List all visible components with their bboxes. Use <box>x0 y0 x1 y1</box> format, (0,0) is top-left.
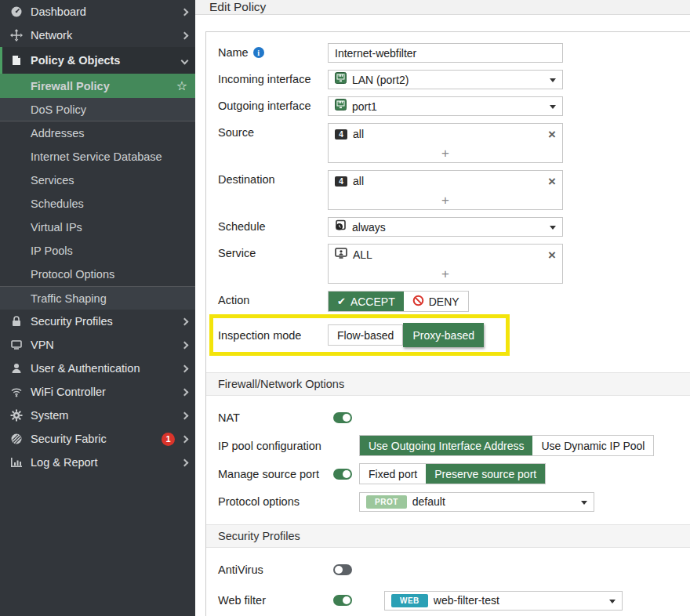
sidebar-item-label: DoS Policy <box>31 103 86 116</box>
sidebar-item-ip-pools[interactable]: IP Pools <box>0 239 195 263</box>
sidebar-item-dos-policy[interactable]: DoS Policy <box>0 98 195 121</box>
sidebar-item-protocol-options[interactable]: Protocol Options <box>0 263 195 286</box>
remove-destination-button[interactable]: × <box>548 175 556 188</box>
sidebar-item-virtual-ips[interactable]: Virtual IPs <box>0 216 195 239</box>
name-input[interactable] <box>328 43 563 63</box>
sidebar-item-label: Security Profiles <box>31 315 113 328</box>
web-filter-profile-select[interactable]: WEB web-filter-test <box>384 591 623 611</box>
sidebar-item-vpn[interactable]: VPN <box>0 333 195 357</box>
policy-document-icon <box>9 54 24 67</box>
flow-based-button[interactable]: Flow-based <box>328 324 403 346</box>
security-profiles-header: Security Profiles <box>206 524 690 548</box>
protocol-options-select[interactable]: PROT default <box>359 492 594 512</box>
sidebar-item-system[interactable]: System <box>0 404 195 427</box>
sidebar-item-label: Virtual IPs <box>31 221 82 234</box>
antivirus-label: AntiVirus <box>218 563 328 576</box>
add-source-button[interactable]: + <box>329 144 562 162</box>
sidebar-item-internet-service-database[interactable]: Internet Service Database <box>0 145 195 168</box>
sidebar-item-traffic-shaping[interactable]: Traffic Shaping <box>0 286 195 310</box>
source-entry[interactable]: 4 all × <box>329 124 562 144</box>
sidebar-item-label: Traffic Shaping <box>31 292 107 305</box>
source-label: Source <box>218 123 328 139</box>
sidebar-item-label: WiFi Controller <box>31 386 106 398</box>
schedule-select[interactable]: always <box>328 217 563 237</box>
sidebar-item-label: VPN <box>31 339 54 351</box>
add-service-button[interactable]: + <box>329 265 562 283</box>
sidebar-item-user-authentication[interactable]: User & Authentication <box>0 357 195 380</box>
use-outgoing-interface-address-button[interactable]: Use Outgoing Interface Address <box>360 436 532 455</box>
sidebar-item-label: Schedules <box>31 197 84 210</box>
sidebar-item-label: Security Fabric <box>31 433 107 445</box>
outgoing-interface-value: port1 <box>352 100 377 113</box>
page-header: Edit Policy <box>195 0 690 15</box>
remove-service-button[interactable]: × <box>548 248 556 262</box>
service-entry-label: ALL <box>353 248 372 261</box>
notification-badge: 1 <box>162 433 175 446</box>
inspection-mode-label: Inspection mode <box>218 329 328 342</box>
ipv4-address-icon: 4 <box>335 129 347 140</box>
sidebar-item-security-fabric[interactable]: Security Fabric 1 <box>0 427 195 451</box>
preserve-source-port-button[interactable]: Preserve source port <box>426 464 545 484</box>
sidebar-item-network[interactable]: Network <box>0 24 195 47</box>
web-badge: WEB <box>391 594 428 607</box>
chevron-right-icon <box>181 458 189 466</box>
sidebar-item-addresses[interactable]: Addresses <box>0 121 195 145</box>
incoming-interface-select[interactable]: LAN (port2) <box>328 70 563 89</box>
chevron-right-icon <box>181 317 189 325</box>
use-dynamic-ip-pool-button[interactable]: Use Dynamic IP Pool <box>532 436 653 455</box>
antivirus-toggle[interactable] <box>333 564 352 575</box>
accept-button[interactable]: ✔ ACCEPT <box>329 292 404 311</box>
add-destination-button[interactable]: + <box>329 191 562 209</box>
chevron-right-icon <box>181 364 189 372</box>
nat-label: NAT <box>218 411 328 424</box>
destination-entry-label: all <box>353 175 364 187</box>
caret-down-icon <box>550 78 556 82</box>
fixed-port-button[interactable]: Fixed port <box>360 464 426 484</box>
chevron-down-icon <box>181 56 189 64</box>
chevron-right-icon <box>181 435 189 443</box>
inspection-mode-highlight: Inspection mode Flow-based Proxy-based <box>209 314 510 356</box>
deny-button[interactable]: DENY <box>404 292 468 311</box>
move-arrows-icon <box>9 29 24 42</box>
wifi-icon <box>9 386 24 398</box>
security-fabric-icon <box>9 433 24 445</box>
nat-toggle[interactable] <box>333 412 352 423</box>
ip-pool-segmented-control: Use Outgoing Interface Address Use Dynam… <box>359 435 654 456</box>
edit-policy-form: Name i Incoming interface LAN (port2) <box>205 31 690 616</box>
sidebar-item-label: Log & Report <box>31 456 97 469</box>
chevron-right-icon <box>181 341 189 349</box>
sidebar-item-dashboard[interactable]: Dashboard <box>0 0 195 24</box>
info-icon[interactable]: i <box>253 47 264 58</box>
source-entry-label: all <box>353 128 364 140</box>
main-area: Edit Policy Name i Incoming interface LA… <box>195 0 690 616</box>
prot-badge: PROT <box>366 495 407 509</box>
sidebar-item-services[interactable]: Services <box>0 168 195 192</box>
service-entry[interactable]: ALL × <box>329 245 562 265</box>
proxy-based-button[interactable]: Proxy-based <box>403 323 484 347</box>
service-box: ALL × + <box>328 244 563 284</box>
sidebar-item-label: User & Authentication <box>31 362 140 375</box>
caret-down-icon <box>550 105 556 109</box>
sidebar-item-firewall-policy[interactable]: Firewall Policy ☆ <box>0 74 195 98</box>
sidebar-item-label: System <box>31 409 68 422</box>
sidebar-item-security-profiles[interactable]: Security Profiles <box>0 310 195 333</box>
remove-source-button[interactable]: × <box>548 128 556 141</box>
sidebar-item-policy-objects[interactable]: Policy & Objects <box>0 47 195 74</box>
sidebar-item-wifi-controller[interactable]: WiFi Controller <box>0 380 195 404</box>
chevron-right-icon <box>181 411 189 419</box>
outgoing-interface-select[interactable]: port1 <box>328 96 563 116</box>
web-filter-toggle[interactable] <box>333 595 352 606</box>
sidebar: Dashboard Network Policy & Objects Firew… <box>0 0 195 616</box>
source-box: 4 all × + <box>328 123 563 163</box>
sidebar-item-log-report[interactable]: Log & Report <box>0 451 195 474</box>
sidebar-item-label: Policy & Objects <box>31 54 120 67</box>
bar-chart-icon <box>9 456 24 469</box>
content-area: Name i Incoming interface LAN (port2) <box>195 15 690 616</box>
schedule-value: always <box>352 221 386 234</box>
destination-entry[interactable]: 4 all × <box>329 171 562 191</box>
sidebar-item-label: Dashboard <box>31 5 86 18</box>
chevron-right-icon <box>181 388 189 396</box>
manage-source-port-toggle[interactable] <box>333 469 352 480</box>
sidebar-item-schedules[interactable]: Schedules <box>0 192 195 216</box>
star-outline-icon[interactable]: ☆ <box>176 78 187 93</box>
